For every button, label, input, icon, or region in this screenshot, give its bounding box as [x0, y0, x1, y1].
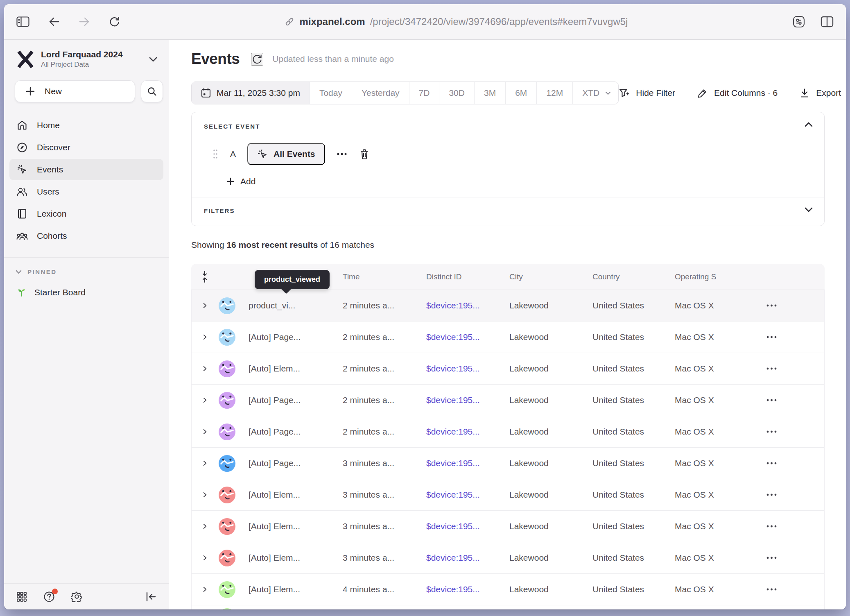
plus-icon [226, 177, 235, 186]
table-row[interactable]: [Auto] Page...2 minutes a...$device:195.… [192, 416, 824, 448]
distinct-id-link[interactable]: $device:195... [426, 332, 509, 342]
export-button[interactable]: Export [800, 88, 841, 98]
forward-icon[interactable] [79, 17, 90, 27]
event-avatar [218, 486, 249, 504]
edit-columns-button[interactable]: Edit Columns · 6 [697, 88, 778, 98]
back-icon[interactable] [48, 17, 60, 27]
range-yesterday[interactable]: Yesterday [352, 82, 409, 104]
clause-letter: A [230, 149, 236, 159]
page-settings-icon[interactable] [792, 15, 806, 29]
add-event-button[interactable]: Add [226, 177, 812, 186]
range-7d[interactable]: 7D [409, 82, 439, 104]
city-cell: Lakewood [509, 427, 592, 437]
row-menu-icon[interactable] [766, 399, 824, 402]
chevron-down-icon[interactable] [805, 207, 813, 212]
sidebar-item-home[interactable]: Home [9, 115, 163, 136]
column-header-distinct-id[interactable]: Distinct ID [426, 272, 509, 281]
range-xtd[interactable]: XTD [572, 82, 619, 104]
row-expander-chevron-icon[interactable] [202, 586, 208, 593]
sidebar-item-lexicon[interactable]: Lexicon [9, 203, 163, 224]
reload-icon[interactable] [109, 16, 120, 27]
distinct-id-link[interactable]: $device:195... [426, 364, 509, 374]
new-button[interactable]: New [15, 80, 135, 102]
apps-grid-icon[interactable] [16, 591, 27, 602]
refresh-icon[interactable] [251, 53, 263, 66]
sidebar-item-events[interactable]: Events [9, 159, 163, 180]
row-expander-chevron-icon[interactable] [202, 555, 208, 561]
row-menu-icon[interactable] [766, 462, 824, 465]
range-today[interactable]: Today [310, 82, 352, 104]
collapse-all-icon[interactable] [201, 271, 208, 283]
more-options-icon[interactable] [337, 152, 347, 156]
row-expander-chevron-icon[interactable] [202, 523, 208, 530]
row-menu-icon[interactable] [766, 335, 824, 339]
row-expander-chevron-icon[interactable] [202, 428, 208, 435]
distinct-id-link[interactable]: $device:195... [426, 553, 509, 563]
row-expander-chevron-icon[interactable] [202, 491, 208, 498]
row-expander-chevron-icon[interactable] [202, 397, 208, 403]
edit-columns-label: Edit Columns · 6 [714, 88, 778, 98]
column-header-country[interactable]: Country [592, 272, 675, 281]
range-6m[interactable]: 6M [505, 82, 536, 104]
workspace-name: Lord Farquaad 2024 [41, 50, 142, 59]
table-row[interactable]: [Auto] Elem...3 minutes a...$device:195.… [192, 542, 824, 574]
distinct-id-link[interactable]: $device:195... [426, 427, 509, 437]
distinct-id-link[interactable]: $device:195... [426, 301, 509, 310]
row-expander-chevron-icon[interactable] [202, 460, 208, 467]
time-cell: 2 minutes a... [343, 301, 426, 310]
address-bar[interactable]: mixpanel.com/project/3472420/view/397469… [120, 16, 792, 27]
distinct-id-link[interactable]: $device:195... [426, 395, 509, 405]
event-selector-chip[interactable]: All Events [247, 143, 325, 165]
table-row[interactable]: [Auto] Page...3 minutes a...$device:195.… [192, 448, 824, 479]
distinct-id-link[interactable]: $device:195... [426, 521, 509, 531]
column-header-time[interactable]: Time [343, 272, 426, 281]
browser-sidebar-toggle-icon[interactable] [16, 16, 29, 27]
trash-icon[interactable] [359, 149, 369, 160]
row-expander-chevron-icon[interactable] [202, 302, 208, 309]
table-row[interactable]: [Auto] Page...2 minutes a...$device:195.… [192, 385, 824, 416]
collapse-sidebar-icon[interactable] [146, 592, 156, 602]
url-path: /project/3472420/view/3974696/app/events… [370, 16, 628, 27]
table-row[interactable]: [Auto] Elem...4 minutes a...$device:195.… [192, 574, 824, 605]
sidebar-item-discover[interactable]: Discover [9, 137, 163, 158]
distinct-id-link[interactable]: $device:195... [426, 490, 509, 500]
table-row[interactable]: [Auto] Elem...3 minutes a...$device:195.… [192, 511, 824, 542]
row-menu-icon[interactable] [766, 525, 824, 528]
table-row[interactable] [192, 605, 824, 609]
sidebar-item-users[interactable]: Users [9, 181, 163, 202]
search-button[interactable] [141, 80, 163, 102]
table-row[interactable]: [Auto] Elem...2 minutes a...$device:195.… [192, 353, 824, 385]
home-icon [16, 120, 28, 131]
row-menu-icon[interactable] [766, 588, 824, 591]
sidebar-item-cohorts[interactable]: Cohorts [9, 225, 163, 247]
table-body: product_vi...2 minutes a...$device:195..… [191, 290, 825, 609]
row-menu-icon[interactable] [766, 304, 824, 307]
range-12m[interactable]: 12M [536, 82, 572, 104]
column-header-city[interactable]: City [509, 272, 592, 281]
settings-gear-icon[interactable] [71, 591, 82, 602]
range-3m[interactable]: 3M [474, 82, 505, 104]
row-menu-icon[interactable] [766, 493, 824, 496]
column-header-os[interactable]: Operating S [675, 272, 766, 281]
chevron-up-icon[interactable] [805, 122, 813, 127]
sidebar-item-starter-board[interactable]: Starter Board [9, 282, 163, 303]
row-menu-icon[interactable] [766, 430, 824, 433]
drag-handle-icon[interactable] [213, 149, 218, 159]
table-row[interactable]: [Auto] Elem...3 minutes a...$device:195.… [192, 479, 824, 511]
hide-filter-button[interactable]: Hide Filter [619, 88, 675, 98]
pinned-section-toggle[interactable]: PINNED [4, 268, 169, 275]
table-row[interactable]: product_vi...2 minutes a...$device:195..… [192, 290, 824, 322]
date-picker-segment[interactable]: Mar 11, 2025 3:30 pm [192, 82, 310, 104]
split-view-icon[interactable] [821, 16, 834, 27]
row-expander-chevron-icon[interactable] [202, 334, 208, 340]
city-cell: Lakewood [509, 490, 592, 500]
distinct-id-link[interactable]: $device:195... [426, 458, 509, 468]
table-row[interactable]: [Auto] Page...2 minutes a...$device:195.… [192, 322, 824, 353]
row-menu-icon[interactable] [766, 556, 824, 559]
row-menu-icon[interactable] [766, 367, 824, 370]
range-30d[interactable]: 30D [439, 82, 474, 104]
row-expander-chevron-icon[interactable] [202, 365, 208, 372]
distinct-id-link[interactable]: $device:195... [426, 584, 509, 594]
workspace-switcher[interactable]: Lord Farquaad 2024 All Project Data [4, 50, 169, 69]
events-cursor-icon [16, 164, 28, 175]
